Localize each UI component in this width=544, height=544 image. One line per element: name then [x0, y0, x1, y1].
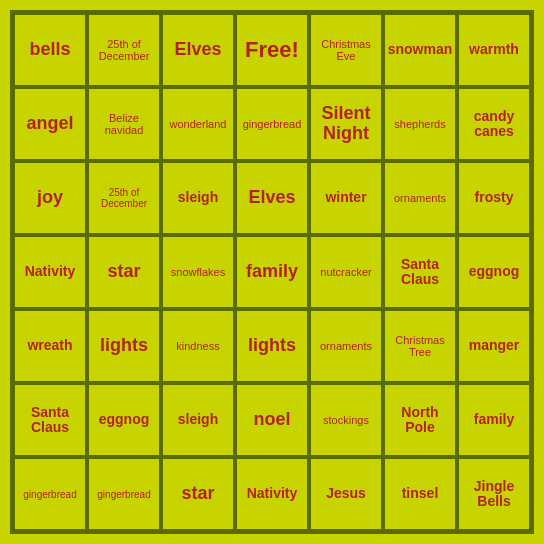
cell-text: Elves: [248, 188, 295, 208]
bingo-cell-16: sleigh: [161, 161, 235, 235]
bingo-cell-30: kindness: [161, 309, 235, 383]
cell-text: tinsel: [402, 486, 439, 501]
bingo-cell-42: gingerbread: [13, 457, 87, 531]
bingo-cell-21: Nativity: [13, 235, 87, 309]
cell-text: noel: [253, 410, 290, 430]
cell-text: family: [474, 412, 514, 427]
cell-text: frosty: [475, 190, 514, 205]
bingo-cell-37: sleigh: [161, 383, 235, 457]
bingo-cell-20: frosty: [457, 161, 531, 235]
cell-text: North Pole: [387, 405, 453, 436]
bingo-cell-26: Santa Claus: [383, 235, 457, 309]
bingo-cell-0: bells: [13, 13, 87, 87]
cell-text: angel: [26, 114, 73, 134]
cell-text: wonderland: [170, 118, 227, 130]
bingo-cell-18: winter: [309, 161, 383, 235]
cell-text: star: [181, 484, 214, 504]
cell-text: ornaments: [320, 340, 372, 352]
bingo-cell-41: family: [457, 383, 531, 457]
bingo-cell-32: ornaments: [309, 309, 383, 383]
cell-text: bells: [29, 40, 70, 60]
bingo-cell-7: angel: [13, 87, 87, 161]
bingo-cell-23: snowflakes: [161, 235, 235, 309]
cell-text: winter: [325, 190, 366, 205]
bingo-cell-33: Christmas Tree: [383, 309, 457, 383]
bingo-cell-38: noel: [235, 383, 309, 457]
bingo-cell-31: lights: [235, 309, 309, 383]
cell-text: family: [246, 262, 298, 282]
cell-text: shepherds: [394, 118, 445, 130]
cell-text: lights: [100, 336, 148, 356]
cell-text: ornaments: [394, 192, 446, 204]
bingo-cell-45: Nativity: [235, 457, 309, 531]
cell-text: eggnog: [99, 412, 150, 427]
bingo-cell-19: ornaments: [383, 161, 457, 235]
cell-text: Jingle Bells: [461, 479, 527, 510]
cell-text: nutcracker: [320, 266, 371, 278]
bingo-cell-25: nutcracker: [309, 235, 383, 309]
cell-text: 25th of December: [91, 187, 157, 209]
cell-text: Santa Claus: [387, 257, 453, 288]
cell-text: Belize navidad: [91, 112, 157, 136]
cell-text: Santa Claus: [17, 405, 83, 436]
cell-text: Elves: [174, 40, 221, 60]
bingo-cell-3: Free!: [235, 13, 309, 87]
cell-text: sleigh: [178, 190, 218, 205]
cell-text: star: [107, 262, 140, 282]
cell-text: lights: [248, 336, 296, 356]
cell-text: stockings: [323, 414, 369, 426]
cell-text: Jesus: [326, 486, 366, 501]
bingo-cell-1: 25th of December: [87, 13, 161, 87]
bingo-cell-9: wonderland: [161, 87, 235, 161]
bingo-cell-36: eggnog: [87, 383, 161, 457]
bingo-cell-2: Elves: [161, 13, 235, 87]
cell-text: Silent Night: [313, 104, 379, 144]
cell-text: Christmas Eve: [313, 38, 379, 62]
bingo-cell-39: stockings: [309, 383, 383, 457]
bingo-cell-28: wreath: [13, 309, 87, 383]
bingo-cell-48: Jingle Bells: [457, 457, 531, 531]
cell-text: 25th of December: [91, 38, 157, 62]
bingo-cell-43: gingerbread: [87, 457, 161, 531]
bingo-cell-8: Belize navidad: [87, 87, 161, 161]
bingo-card: bells25th of DecemberElvesFree!Christmas…: [10, 10, 534, 534]
bingo-cell-11: Silent Night: [309, 87, 383, 161]
bingo-cell-47: tinsel: [383, 457, 457, 531]
cell-text: snowflakes: [171, 266, 225, 278]
cell-text: wreath: [27, 338, 72, 353]
bingo-cell-4: Christmas Eve: [309, 13, 383, 87]
bingo-cell-34: manger: [457, 309, 531, 383]
cell-text: gingerbread: [23, 489, 76, 500]
bingo-cell-24: family: [235, 235, 309, 309]
cell-text: gingerbread: [97, 489, 150, 500]
cell-text: kindness: [176, 340, 219, 352]
bingo-cell-40: North Pole: [383, 383, 457, 457]
cell-text: manger: [469, 338, 520, 353]
bingo-cell-22: star: [87, 235, 161, 309]
bingo-cell-15: 25th of December: [87, 161, 161, 235]
bingo-cell-46: Jesus: [309, 457, 383, 531]
cell-text: sleigh: [178, 412, 218, 427]
bingo-cell-14: joy: [13, 161, 87, 235]
bingo-cell-44: star: [161, 457, 235, 531]
bingo-cell-35: Santa Claus: [13, 383, 87, 457]
cell-text: Free!: [245, 38, 299, 62]
cell-text: Nativity: [247, 486, 298, 501]
cell-text: candy canes: [461, 109, 527, 140]
bingo-cell-10: gingerbread: [235, 87, 309, 161]
bingo-cell-27: eggnog: [457, 235, 531, 309]
cell-text: eggnog: [469, 264, 520, 279]
bingo-cell-17: Elves: [235, 161, 309, 235]
cell-text: joy: [37, 188, 63, 208]
bingo-cell-13: candy canes: [457, 87, 531, 161]
cell-text: Nativity: [25, 264, 76, 279]
bingo-cell-29: lights: [87, 309, 161, 383]
bingo-cell-6: warmth: [457, 13, 531, 87]
bingo-cell-5: snowman: [383, 13, 457, 87]
bingo-cell-12: shepherds: [383, 87, 457, 161]
cell-text: Christmas Tree: [387, 334, 453, 358]
cell-text: gingerbread: [243, 118, 302, 130]
cell-text: snowman: [388, 42, 453, 57]
cell-text: warmth: [469, 42, 519, 57]
